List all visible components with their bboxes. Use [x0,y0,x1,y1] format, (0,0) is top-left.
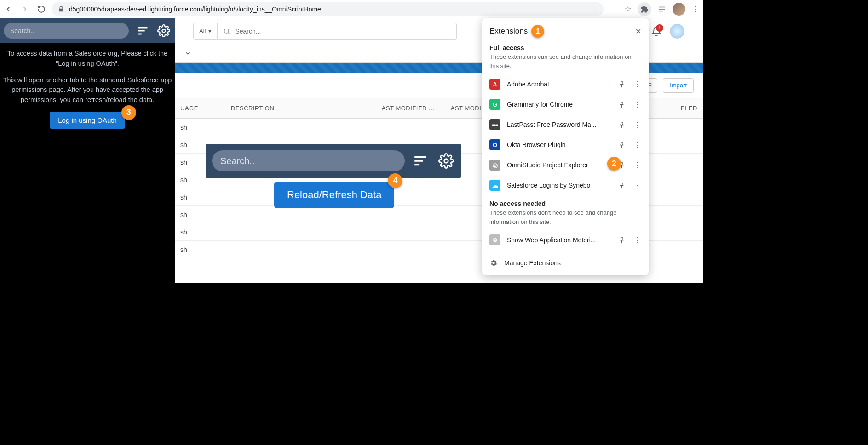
address-bar[interactable]: d5g000005drapeas-dev-ed.lightning.force.… [52,2,604,16]
overlay-button-wrap: Reload/Refresh Data 4 [274,182,394,208]
global-search-input[interactable] [218,23,457,40]
more-icon[interactable]: ⋮ [633,161,641,170]
full-access-title: Full access [482,42,649,52]
filter-label: All [199,28,206,34]
global-search: All ▾ [193,23,457,40]
pin-icon[interactable] [618,101,627,108]
lock-icon [58,6,64,12]
more-icon[interactable]: ⋮ [633,141,641,149]
chrome-menu-icon[interactable]: ⋮ [692,5,699,13]
extension-icon: G [489,99,500,110]
extension-name: Adobe Acrobat [507,80,612,88]
close-icon[interactable]: ✕ [635,27,641,36]
reload-refresh-button[interactable]: Reload/Refresh Data [274,182,394,208]
cell-language: sh [175,124,225,131]
user-avatar[interactable] [670,24,684,39]
sidebar-search-input[interactable] [4,23,129,39]
search-filter-dropdown[interactable]: All ▾ [193,23,218,40]
svg-point-10 [162,29,166,33]
extension-name: Grammarly for Chrome [507,101,612,108]
svg-line-4 [228,32,230,34]
no-access-desc: These extensions don't need to see and c… [482,208,649,230]
extension-name: Snow Web Application Meteri... [507,236,612,244]
pin-icon[interactable] [618,182,627,189]
chrome-right-icons: ☆ ⋮ [625,2,699,16]
extension-icon: ❄ [489,234,500,245]
login-oauth-button[interactable]: Log in using OAuth [50,112,125,129]
more-icon[interactable]: ⋮ [633,100,641,109]
gear-icon[interactable] [156,23,171,38]
extension-icon: ◎ [489,160,500,171]
annotation-2: 2 [607,157,621,171]
overlay-search-input[interactable] [212,150,405,171]
gear-icon [489,259,498,267]
svg-point-3 [224,29,229,33]
no-access-list: ❄Snow Web Application Meteri...⋮ [482,230,649,250]
cell-language: sh [175,228,225,236]
reload-button[interactable] [37,5,46,14]
col-enabled[interactable]: BLED [661,105,703,112]
browser-toolbar: d5g000005drapeas-dev-ed.lightning.force.… [0,0,703,18]
extension-name: OmniStudio Project Explorer [507,161,612,169]
overlay-toolbar [206,144,461,178]
bookmark-star-icon[interactable]: ☆ [625,5,631,13]
more-icon[interactable]: ⋮ [633,120,641,129]
col-last-modified[interactable]: LAST MODIFIED ... [373,105,442,112]
col-language[interactable]: UAGE [175,105,225,112]
reading-list-icon[interactable] [658,5,666,13]
extension-item[interactable]: •••LastPass: Free Password Ma...⋮ [482,114,649,135]
no-access-title: No access needed [482,198,649,208]
col-description[interactable]: DESCRIPTION [225,105,373,112]
extension-item[interactable]: ❄Snow Web Application Meteri...⋮ [482,230,649,250]
info-text-2: This will open another tab to the standa… [3,75,172,105]
pin-icon[interactable] [618,81,627,88]
info-text-1: To access data from a Salesforce org, Pl… [3,49,172,69]
extension-item[interactable]: ◎OmniStudio Project Explorer⋮2 [482,155,649,175]
notification-badge: 1 [656,24,663,32]
extension-name: Salesforce Logins by Synebo [507,182,612,189]
notifications-button[interactable]: 1 [651,26,661,36]
cell-modified-by: TI PRIY [225,228,519,236]
extension-icon: ••• [489,119,500,130]
import-button[interactable]: Import [663,78,694,93]
extension-item[interactable]: GGrammarly for Chrome⋮ [482,94,649,114]
extension-name: LastPass: Free Password Ma... [507,121,612,128]
nav-buttons [4,5,46,14]
cell-modified-by: TI PRIY [225,246,519,253]
url-text: d5g000005drapeas-dev-ed.lightning.force.… [69,6,321,13]
gear-icon[interactable] [438,153,454,169]
forward-button[interactable] [20,5,29,14]
pin-icon[interactable] [618,121,627,128]
extension-icon: O [489,139,500,150]
sidebar-header [0,18,175,43]
tab-dropdown[interactable] [182,48,193,59]
search-icon [223,28,230,35]
sort-icon[interactable] [412,153,429,169]
extensions-popup: Extensions 1 ✕ Full access These extensi… [482,18,649,275]
pin-icon[interactable] [618,237,627,244]
more-icon[interactable]: ⋮ [633,236,641,245]
sidebar-body: To access data from a Salesforce org, Pl… [0,43,175,134]
ext-popup-header: Extensions 1 ✕ [482,25,649,42]
pin-icon[interactable] [618,142,627,148]
sort-icon[interactable] [135,23,150,38]
back-button[interactable] [4,5,13,14]
extension-sidebar: To access data from a Salesforce org, Pl… [0,18,175,283]
cell-language: sh [175,246,225,253]
more-icon[interactable]: ⋮ [633,181,641,190]
global-search-field[interactable] [235,28,451,35]
cell-language: sh [175,194,225,201]
annotation-1: 1 [531,25,544,38]
manage-extensions[interactable]: Manage Extensions [482,253,649,273]
extension-icon: ☁ [489,180,500,191]
extensions-icon[interactable] [638,2,651,16]
cell-language: sh [175,211,225,218]
more-icon[interactable]: ⋮ [633,80,641,89]
profile-avatar[interactable] [673,3,685,16]
extension-item[interactable]: AAdobe Acrobat⋮ [482,74,649,94]
extension-item[interactable]: ☁Salesforce Logins by Synebo⋮ [482,175,649,195]
extension-name: Okta Browser Plugin [507,141,612,148]
full-access-desc: These extensions can see and change info… [482,52,649,74]
cell-modified-by: TI PRIY [225,211,519,218]
extension-item[interactable]: OOkta Browser Plugin⋮ [482,135,649,155]
